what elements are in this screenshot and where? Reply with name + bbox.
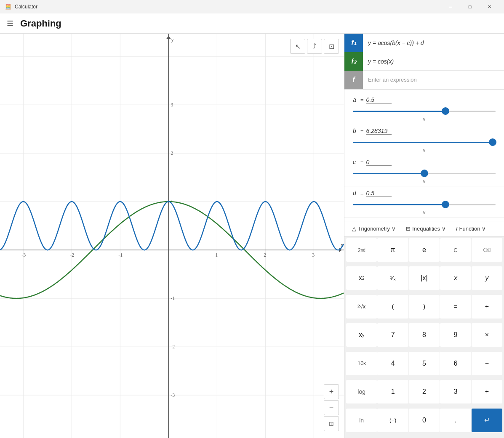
app-header: ☰ Graphing bbox=[0, 13, 504, 34]
slider-b-thumb[interactable] bbox=[489, 138, 496, 146]
function-item-3[interactable]: f Enter an expression bbox=[344, 71, 504, 89]
slider-a-thumb[interactable] bbox=[442, 107, 449, 115]
key-clear[interactable]: C bbox=[440, 238, 471, 262]
key-subtract[interactable]: − bbox=[472, 352, 502, 375]
slider-d-eq: = bbox=[360, 190, 364, 196]
right-panel: f₁ y = acos(b(x − c)) + d f₂ y = cos(x) … bbox=[344, 34, 504, 438]
key-2nd[interactable]: 2nd bbox=[346, 238, 377, 262]
slider-c-eq: = bbox=[360, 159, 364, 165]
zoom-in-button[interactable]: + bbox=[324, 384, 339, 399]
key-decimal[interactable]: . bbox=[440, 409, 471, 432]
tab-function[interactable]: f Function ∨ bbox=[452, 224, 491, 234]
sliders-area: a = 0.5 ∨ b = 6.28319 bbox=[344, 90, 504, 221]
key-abs[interactable]: |x| bbox=[409, 266, 440, 290]
key-3[interactable]: 3 bbox=[440, 380, 471, 403]
trig-icon: △ bbox=[352, 226, 356, 232]
key-ln[interactable]: ln bbox=[346, 409, 377, 432]
app-name: Calculator bbox=[15, 4, 37, 10]
keyboard-tabs: △ Trigonometry ∨ ⊟ Inequalities ∨ f Func… bbox=[344, 221, 504, 236]
key-open-paren[interactable]: ( bbox=[377, 295, 408, 319]
f2-expression: y = cos(x) bbox=[363, 58, 504, 65]
slider-b-value: 6.28319 bbox=[366, 127, 392, 135]
key-multiply[interactable]: × bbox=[472, 323, 502, 347]
slider-a-eq: = bbox=[360, 97, 364, 103]
slider-a-value: 0.5 bbox=[366, 96, 392, 104]
slider-d-thumb[interactable] bbox=[442, 201, 449, 208]
key-2[interactable]: 2 bbox=[409, 380, 440, 403]
hamburger-menu[interactable]: ☰ bbox=[7, 19, 13, 28]
title-bar: 🧮 Calculator ─ □ ✕ bbox=[0, 0, 504, 13]
key-9[interactable]: 9 bbox=[440, 323, 471, 347]
key-enter[interactable]: ↵ bbox=[472, 409, 502, 432]
key-5[interactable]: 5 bbox=[409, 352, 440, 375]
func-icon: f bbox=[456, 226, 458, 232]
f3-placeholder: Enter an expression bbox=[363, 77, 504, 83]
trig-chevron: ∨ bbox=[392, 226, 396, 232]
app-icon: 🧮 bbox=[5, 4, 11, 10]
share-tool[interactable]: ⤴ bbox=[307, 39, 322, 54]
ineq-label: Inequalities bbox=[412, 226, 440, 232]
ineq-icon: ⊟ bbox=[406, 226, 411, 232]
minimize-button[interactable]: ─ bbox=[441, 0, 460, 13]
slider-a-chevron[interactable]: ∨ bbox=[353, 116, 496, 122]
key-divide[interactable]: ÷ bbox=[472, 295, 502, 319]
slider-b-eq: = bbox=[360, 128, 364, 134]
slider-a-group: a = 0.5 ∨ bbox=[344, 93, 504, 124]
key-y[interactable]: y bbox=[472, 266, 502, 290]
photo-tool[interactable]: ⊡ bbox=[324, 39, 339, 54]
key-x[interactable]: x bbox=[440, 266, 471, 290]
function-item-2[interactable]: f₂ y = cos(x) bbox=[344, 52, 504, 71]
slider-d-var: d bbox=[353, 190, 358, 196]
key-reciprocal[interactable]: ¹⁄ₓ bbox=[377, 266, 408, 290]
key-x-pow-y[interactable]: xy bbox=[346, 323, 377, 347]
slider-d-value: 0.5 bbox=[366, 190, 392, 197]
key-6[interactable]: 6 bbox=[440, 352, 471, 375]
func-label: Function bbox=[459, 226, 480, 232]
slider-d-chevron[interactable]: ∨ bbox=[353, 210, 496, 215]
key-sqrt[interactable]: 2√x bbox=[346, 295, 377, 319]
func-chevron: ∨ bbox=[482, 226, 486, 232]
function-item-1[interactable]: f₁ y = acos(b(x − c)) + d bbox=[344, 34, 504, 52]
tab-inequalities[interactable]: ⊟ Inequalities ∨ bbox=[402, 224, 450, 234]
ineq-chevron: ∨ bbox=[442, 226, 446, 232]
slider-d-group: d = 0.5 ∨ bbox=[344, 186, 504, 218]
key-4[interactable]: 4 bbox=[377, 352, 408, 375]
slider-b-group: b = 6.28319 ∨ bbox=[344, 124, 504, 155]
trig-label: Trigonometry bbox=[358, 226, 390, 232]
key-negate[interactable]: (−) bbox=[377, 409, 408, 432]
maximize-button[interactable]: □ bbox=[460, 0, 480, 13]
key-10x[interactable]: 10x bbox=[346, 352, 377, 375]
slider-b-chevron[interactable]: ∨ bbox=[353, 147, 496, 153]
key-close-paren[interactable]: ) bbox=[409, 295, 440, 319]
key-1[interactable]: 1 bbox=[377, 380, 408, 403]
key-equals[interactable]: = bbox=[440, 295, 471, 319]
slider-c-thumb[interactable] bbox=[421, 170, 428, 177]
f1-expression: y = acos(b(x − c)) + d bbox=[363, 40, 504, 46]
graph-area[interactable]: ↖ ⤴ ⊡ + − ⊡ bbox=[0, 34, 344, 438]
key-7[interactable]: 7 bbox=[377, 323, 408, 347]
keyboard-grid: 2nd π e C ⌫ x2 ¹⁄ₓ |x| x y 2√x ( ) = ÷ x… bbox=[344, 236, 504, 438]
slider-c-value: 0 bbox=[366, 159, 392, 166]
tab-trigonometry[interactable]: △ Trigonometry ∨ bbox=[348, 224, 400, 234]
slider-a-var: a bbox=[353, 96, 358, 103]
slider-c-chevron[interactable]: ∨ bbox=[353, 178, 496, 184]
zoom-fit-button[interactable]: ⊡ bbox=[324, 416, 339, 431]
close-button[interactable]: ✕ bbox=[480, 0, 499, 13]
key-x-squared[interactable]: x2 bbox=[346, 266, 377, 290]
key-0[interactable]: 0 bbox=[409, 409, 440, 432]
key-8[interactable]: 8 bbox=[409, 323, 440, 347]
slider-b-var: b bbox=[353, 127, 358, 134]
functions-list: f₁ y = acos(b(x − c)) + d f₂ y = cos(x) … bbox=[344, 34, 504, 90]
page-title: Graphing bbox=[20, 18, 61, 29]
slider-c-group: c = 0 ∨ bbox=[344, 155, 504, 186]
key-backspace[interactable]: ⌫ bbox=[472, 238, 502, 262]
key-add[interactable]: + bbox=[472, 380, 502, 403]
key-log[interactable]: log bbox=[346, 380, 377, 403]
f3-badge: f bbox=[344, 71, 363, 89]
cursor-tool[interactable]: ↖ bbox=[290, 39, 305, 54]
key-pi[interactable]: π bbox=[377, 238, 408, 262]
zoom-out-button[interactable]: − bbox=[324, 400, 339, 415]
key-e[interactable]: e bbox=[409, 238, 440, 262]
keyboard-area: △ Trigonometry ∨ ⊟ Inequalities ∨ f Func… bbox=[344, 221, 504, 438]
slider-c-var: c bbox=[353, 159, 358, 165]
